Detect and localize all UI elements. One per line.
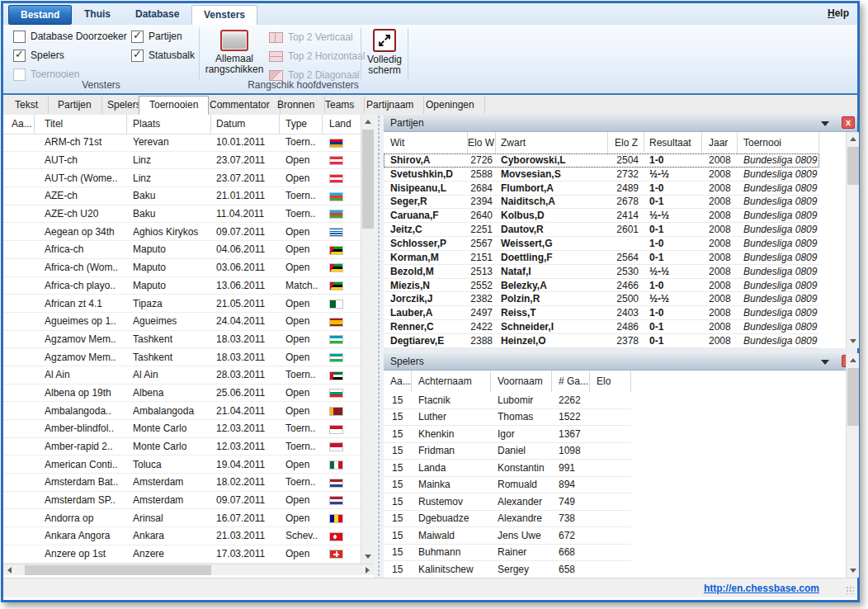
col-header-elo-w[interactable]: Elo W (468, 132, 496, 153)
panel-menu-icon[interactable] (821, 360, 829, 365)
game-row[interactable]: Jorczik,J2382Polzin,R2500½-½2008Bundesli… (384, 292, 819, 306)
checkbox-icon[interactable] (13, 31, 26, 43)
player-row[interactable]: 15KalinitschewSergey658 (384, 561, 631, 578)
game-row[interactable]: Schlosser,P2567Weissert,G1-02008Bundesli… (384, 237, 819, 251)
ribbon-tab-database[interactable]: Database (124, 5, 191, 23)
tournament-row[interactable]: Aegean op 34thAghios Kirykos09.07.2011Op… (3, 223, 361, 241)
tournament-row[interactable]: AZE-chBaku21.01.2011Toern.. (3, 187, 361, 205)
checkbox-icon[interactable] (13, 50, 26, 62)
player-row[interactable]: 15BuhmannRainer668 (384, 545, 631, 562)
game-row[interactable]: Caruana,F2640Kolbus,D2414½-½2008Bundesli… (384, 209, 819, 223)
col-header-type[interactable]: Type (280, 115, 323, 134)
resize-grip-icon[interactable] (846, 586, 854, 594)
scroll-thumb[interactable] (362, 130, 374, 229)
games-panel-titlebar[interactable]: Partijen x (384, 115, 857, 132)
tournament-row[interactable]: Anzere op 1stAnzere17.03.2011Open (3, 545, 361, 564)
game-row[interactable]: Bezold,M2513Nataf,I2530½-½2008Bundesliga… (384, 265, 819, 279)
game-row[interactable]: Renner,C2422Schneider,I24860-12008Bundes… (384, 320, 819, 334)
player-row[interactable]: 15FridmanDaniel1098 (384, 443, 631, 460)
game-row[interactable]: Svetushkin,D2588Movsesian,S2732½-½2008Bu… (384, 168, 819, 182)
player-row[interactable]: 15LandaKonstantin991 (384, 460, 631, 477)
chessbase-link[interactable]: http://en.chessbase.com (704, 583, 819, 594)
game-row[interactable]: Miezis,N2552Belezky,A24661-02008Bundesli… (384, 279, 819, 293)
arrange-all-button[interactable]: Allemaal rangschikken (201, 30, 267, 75)
tournament-row[interactable]: ARM-ch 71stYerevan10.01.2011Toern.. (3, 134, 361, 152)
tournament-row[interactable]: African zt 4.1Tipaza21.05.2011Open (3, 295, 361, 313)
scroll-up-icon[interactable] (850, 358, 856, 362)
game-row[interactable]: Lauber,A2497Reiss,T24031-02008Bundesliga… (384, 306, 819, 320)
tournament-row[interactable]: Amber-rapid 2..Monte Carlo12.03.2011Toer… (3, 438, 361, 456)
game-row[interactable]: Nisipeanu,L2684Flumbort,A24891-02008Bund… (384, 182, 819, 196)
col-header-elo[interactable]: Elo (590, 371, 631, 392)
game-row[interactable]: Korman,M2151Doettling,F25640-12008Bundes… (384, 251, 819, 265)
tournament-row[interactable]: Al AinAl Ain28.03.2011Toern.. (3, 366, 361, 385)
tournament-row[interactable]: Amber-blindfol..Monte Carlo12.03.2011Toe… (3, 420, 361, 438)
col-header-datum[interactable]: Datum (211, 115, 280, 134)
checkbox-spelers[interactable]: Spelers (13, 49, 64, 62)
tab-partijen[interactable]: Partijen (48, 97, 102, 114)
game-row[interactable]: Jeitz,C2251Dautov,R26010-12008Bundesliga… (384, 223, 819, 237)
scroll-up-icon[interactable] (850, 137, 856, 141)
tournament-row[interactable]: Ambalangoda..Ambalangoda21.04.2011Open (3, 402, 361, 420)
scroll-up-icon[interactable] (365, 120, 371, 124)
game-row[interactable]: Shirov,A2726Cyborowski,L25041-02008Bunde… (384, 153, 819, 168)
player-row[interactable]: 15MaiwaldJens Uwe672 (384, 527, 631, 545)
close-games-panel-button[interactable]: x (842, 116, 855, 129)
players-panel-titlebar[interactable]: Spelers x (384, 353, 857, 371)
help-menu[interactable]: Help (828, 7, 849, 19)
scroll-down-icon[interactable] (850, 339, 856, 343)
checkbox-statusbalk[interactable]: Statusbalk (131, 49, 195, 62)
col-header-titel[interactable]: Titel (35, 115, 127, 134)
tab-tekst[interactable]: Tekst (5, 97, 49, 114)
col-header-wit[interactable]: Wit (384, 132, 468, 153)
tournament-row[interactable]: Agzamov Mem..Tashkent18.03.2011Open (3, 348, 361, 366)
col-header-voornaam[interactable]: Voornaam (491, 371, 552, 392)
fullscreen-button[interactable]: Volledig scherm (363, 29, 406, 76)
checkbox-icon[interactable] (131, 31, 144, 43)
scroll-left-icon[interactable] (7, 567, 12, 574)
scroll-thumb[interactable] (847, 368, 859, 426)
scroll-down-icon[interactable] (365, 555, 371, 559)
panel-menu-icon[interactable] (821, 121, 829, 126)
player-row[interactable]: 15FtacnikLubomir2262 (384, 392, 631, 409)
players-vscrollbar[interactable] (846, 353, 859, 578)
col-header-zwart[interactable]: Zwart (496, 132, 608, 153)
tournament-row[interactable]: Andorra opArinsal16.07.2011Open (3, 509, 361, 527)
tournament-row[interactable]: Amsterdam Bat..Amsterdam18.02.2011Toern.… (3, 474, 361, 492)
col-header-land[interactable]: Land (323, 115, 361, 134)
col-header-aa[interactable]: Aa... (384, 371, 412, 392)
col-header-toernooi[interactable]: Toernooi (738, 132, 819, 153)
vertical-splitter[interactable] (374, 115, 384, 578)
player-row[interactable]: 15LutherThomas1522 (384, 409, 631, 427)
col-header-jaar[interactable]: Jaar (702, 132, 738, 153)
scroll-right-icon[interactable] (366, 567, 370, 574)
col-header-resultaat[interactable]: Resultaat (644, 132, 702, 153)
player-row[interactable]: 15RustemovAlexander749 (384, 493, 631, 511)
checkbox-database-doorzoeker[interactable]: Database Doorzoeker (13, 30, 127, 43)
checkbox-partijen[interactable]: Partijen (131, 30, 182, 43)
tab-openingen[interactable]: Openingen (416, 97, 485, 114)
tournament-row[interactable]: Ankara AngoraAnkara21.03.2011Schev.. (3, 527, 361, 545)
scroll-thumb[interactable] (847, 147, 859, 185)
game-row[interactable]: Seger,R2394Naiditsch,A26780-12008Bundesl… (384, 196, 819, 210)
tournament-row[interactable]: Africa-ch playo..Maputo13.06.2011Match.. (3, 277, 361, 295)
col-header-games[interactable]: # Ga... (552, 371, 590, 392)
col-header-plaats[interactable]: Plaats (127, 115, 211, 134)
tournament-row[interactable]: Agzamov Mem..Tashkent18.03.2011Open (3, 331, 361, 349)
player-row[interactable]: 15DgebuadzeAlexandre738 (384, 511, 631, 528)
scroll-down-icon[interactable] (850, 569, 856, 573)
player-row[interactable]: 15MainkaRomuald894 (384, 477, 631, 494)
games-vscrollbar[interactable] (846, 132, 859, 348)
col-header-achternaam[interactable]: Achternaam (412, 371, 491, 392)
tournament-row[interactable]: Africa-ch (Wom..Maputo03.06.2011Open (3, 259, 361, 277)
ribbon-tab-bestand[interactable]: Bestand (8, 5, 72, 25)
tournament-row[interactable]: Africa-chMaputo04.06.2011Open (3, 241, 361, 259)
tournament-row[interactable]: American Conti..Toluca19.04.2011Open (3, 456, 361, 474)
col-header-aa[interactable]: Aa... (3, 115, 35, 134)
scroll-thumb[interactable] (25, 565, 211, 575)
tab-partijnaam[interactable]: Partijnaam (356, 97, 424, 114)
player-row[interactable]: 15KhenkinIgor1367 (384, 426, 631, 443)
col-header-elo-z[interactable]: Elo Z (608, 132, 644, 153)
tournament-row[interactable]: Agueimes op 1..Agueimes24.04.2011Open (3, 313, 361, 331)
tournament-row[interactable]: AUT-chLinz23.07.2011Open (3, 152, 361, 170)
